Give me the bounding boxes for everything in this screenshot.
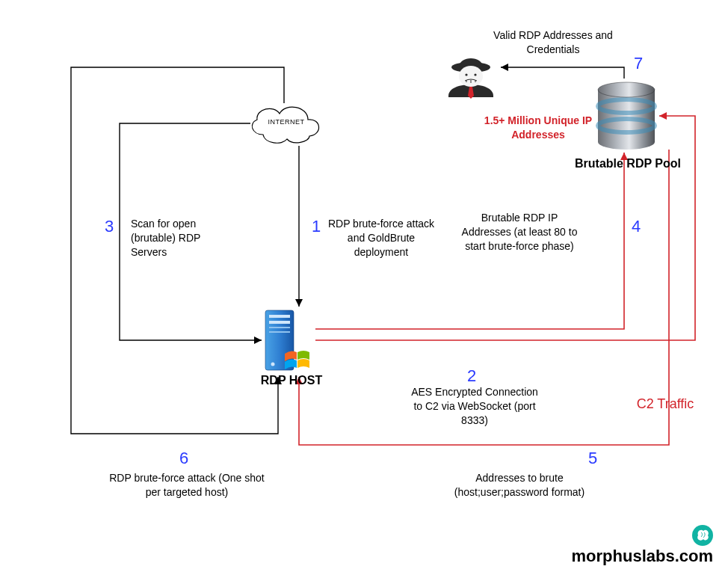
svg-point-6 [598, 135, 655, 150]
step-num-3: 3 [105, 217, 114, 236]
svg-point-3 [474, 73, 476, 76]
brain-logo-icon [692, 525, 713, 546]
rdp-host-label: RDP HOST [239, 374, 344, 387]
step-num-1: 1 [312, 217, 321, 236]
arrow-step-7 [501, 67, 624, 79]
pool-label: Brutable RDP Pool [553, 157, 703, 170]
c2-traffic-label: C2 Traffic [635, 396, 695, 413]
svg-point-1 [459, 66, 483, 87]
database-icon [598, 82, 655, 150]
svg-point-2 [465, 73, 467, 76]
step-desc-3: Scan for open (brutable) RDP Servers [131, 217, 228, 259]
step-num-2: 2 [467, 366, 476, 386]
attacker-icon [448, 58, 493, 99]
step-num-5: 5 [588, 449, 597, 468]
svg-rect-13 [269, 327, 290, 328]
pool-note: 1.5+ Million Unique IP Addresses [478, 114, 598, 142]
step-num-7: 7 [634, 54, 643, 73]
attacker-caption: Valid RDP Addresses and Credentials [471, 28, 635, 57]
step-desc-1: RDP brute-force attack and GoldBrute dep… [325, 217, 437, 259]
svg-point-15 [271, 363, 275, 366]
step-desc-4: Brutable RDP IP Addresses (at least 80 t… [460, 211, 579, 253]
svg-rect-12 [269, 321, 290, 324]
server-icon [265, 310, 309, 370]
internet-label: INTERNET [257, 118, 315, 126]
svg-rect-11 [269, 315, 290, 318]
step-num-6: 6 [179, 449, 188, 468]
step-desc-2: AES Encrypted Connection to C2 via WebSo… [407, 385, 542, 428]
svg-rect-14 [269, 331, 290, 333]
step-desc-5: Addresses to brute (host;user;password f… [437, 471, 602, 499]
step-num-4: 4 [632, 217, 641, 236]
step-desc-6: RDP brute-force attack (One shot per tar… [101, 471, 273, 499]
branding-text: morphuslabs.com [572, 547, 713, 566]
